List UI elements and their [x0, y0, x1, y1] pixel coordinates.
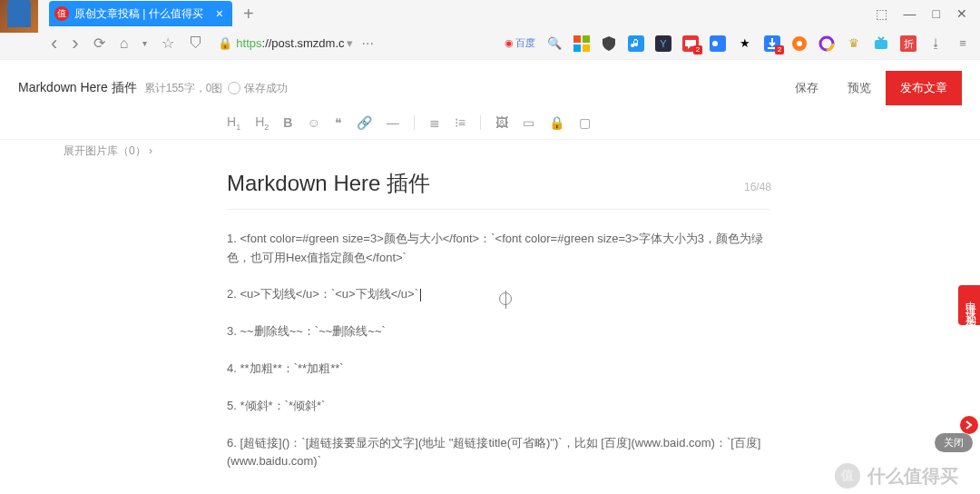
fmt-link-button[interactable]: 🔗 — [357, 115, 372, 130]
expand-gallery[interactable]: 展开图片库（0） — [64, 143, 152, 159]
svg-rect-15 — [875, 40, 887, 49]
doc-stat: 累计155字，0图 — [144, 81, 223, 96]
svg-point-18 — [960, 416, 978, 434]
watermark: 什么值得买 — [835, 463, 958, 489]
ext-baidu-icon[interactable]: ◉百度 — [505, 35, 535, 52]
url-host: ://post.smzdm.c — [262, 36, 345, 50]
url-more-icon[interactable]: ··· — [362, 35, 374, 52]
editor-line: 6. [超链接]()：`[超链接要显示的文字](地址 "超链接title(可省略… — [227, 434, 771, 472]
ext-down-icon[interactable] — [764, 35, 780, 52]
nav-bookmark-icon[interactable]: ☆ — [162, 35, 174, 52]
svg-point-9 — [712, 41, 718, 46]
nav-forward-icon[interactable]: › — [72, 32, 78, 55]
new-tab-button[interactable]: + — [243, 4, 254, 25]
svg-rect-3 — [583, 44, 590, 52]
window-card-icon[interactable]: ⬚ — [876, 6, 887, 21]
editor-line: 4. **加粗**：`**加粗**` — [227, 360, 771, 379]
nav-back-icon[interactable]: ‹ — [51, 32, 57, 55]
nav-home-icon[interactable]: ⌂ — [120, 35, 129, 52]
editor-title-input[interactable]: Markdown Here 插件 — [227, 169, 744, 198]
url-protocol: https — [236, 36, 261, 50]
fmt-ul-button[interactable]: ⁝≡ — [455, 115, 466, 130]
fmt-card-button[interactable]: ▭ — [523, 115, 534, 130]
text-caret — [420, 289, 421, 301]
tab-title: 原创文章投稿 | 什么值得买 — [74, 6, 203, 22]
fmt-h2-button[interactable]: H2 — [255, 114, 269, 132]
preview-button[interactable]: 预览 — [833, 71, 886, 105]
nav-caret-icon[interactable]: ▾ — [142, 38, 147, 48]
publish-button[interactable]: 发布文章 — [886, 71, 962, 105]
window-maximize-icon[interactable]: □ — [933, 6, 940, 21]
fmt-bold-button[interactable]: B — [283, 115, 292, 130]
editor-line: 3. ~~删除线~~：`~~删除线~~` — [227, 322, 771, 341]
tab-close-icon[interactable]: × — [216, 6, 223, 21]
ext-download-icon[interactable]: ⭳ — [927, 35, 944, 52]
ext-orange-icon[interactable] — [791, 35, 808, 52]
fmt-hr-button[interactable]: — — [387, 115, 399, 130]
ext-music-icon[interactable] — [628, 35, 644, 52]
address-bar[interactable]: 🔒 https ://post.smzdm.c ▾ ··· — [218, 35, 388, 52]
tab-favicon: 值 — [54, 6, 69, 21]
fmt-quote-button[interactable]: ❝ — [335, 115, 342, 130]
fmt-lock-button[interactable]: 🔒 — [549, 115, 564, 130]
ext-crown-icon[interactable]: ♛ — [846, 35, 862, 52]
close-pill-button[interactable]: 关闭 — [935, 433, 973, 452]
ext-microsoft-icon[interactable] — [573, 35, 590, 52]
separator — [480, 115, 481, 130]
format-toolbar: H1 H2 B ☺ ❝ 🔗 — ≣ ⁝≡ 🖼 ▭ 🔒 ▢ — [0, 111, 980, 140]
fmt-h1-button[interactable]: H1 — [227, 114, 240, 132]
svg-rect-1 — [583, 35, 590, 43]
svg-text:折: 折 — [904, 38, 914, 49]
url-dropdown-icon[interactable]: ▾ — [347, 36, 353, 50]
editor-line: 1. <font color=#green size=3>颜色与大小</font… — [227, 230, 771, 268]
doc-title: Markdown Here 插件 — [18, 80, 137, 96]
ext-search-icon[interactable]: 🔍 — [546, 35, 563, 52]
profile-avatar[interactable] — [0, 0, 38, 33]
window-minimize-icon[interactable]: — — [904, 6, 916, 21]
fmt-video-button[interactable]: ▢ — [579, 115, 591, 130]
doc-saved-status: 保存成功 — [228, 81, 288, 96]
watermark-icon — [835, 463, 860, 489]
apply-author-ribbon[interactable]: 申请认证创作者 — [958, 285, 980, 325]
editor-line: 5. *倾斜*：`*倾斜*` — [227, 397, 771, 416]
fmt-emoji-button[interactable]: ☺ — [307, 115, 319, 130]
ext-chat-icon[interactable] — [682, 35, 699, 52]
separator — [414, 115, 415, 130]
nav-shield-icon[interactable]: ⛉ — [189, 35, 203, 52]
ext-discount-icon[interactable]: 折 — [900, 35, 916, 52]
ext-menu-icon[interactable]: ≡ — [955, 35, 971, 52]
title-char-count: 16/48 — [744, 181, 771, 193]
svg-point-12 — [797, 41, 802, 46]
nav-reload-icon[interactable]: ⟳ — [93, 35, 105, 52]
ext-y-icon[interactable]: Y — [655, 35, 671, 52]
svg-rect-2 — [573, 44, 581, 52]
fmt-image-button[interactable]: 🖼 — [495, 115, 508, 130]
fmt-ol-button[interactable]: ≣ — [429, 115, 440, 130]
save-button[interactable]: 保存 — [780, 71, 833, 105]
lock-icon: 🔒 — [218, 36, 232, 50]
ext-ring-icon[interactable] — [818, 35, 835, 52]
ext-star-icon[interactable]: ★ — [737, 35, 753, 52]
svg-text:Y: Y — [660, 38, 667, 49]
browser-tab[interactable]: 值 原创文章投稿 | 什么值得买 × — [49, 1, 232, 26]
window-close-icon[interactable]: ✕ — [956, 6, 967, 21]
svg-rect-0 — [573, 35, 581, 43]
editor-body[interactable]: 1. <font color=#green size=3>颜色与大小</font… — [227, 230, 771, 471]
ext-shield2-icon[interactable] — [601, 35, 617, 52]
ext-blue-icon[interactable] — [710, 35, 726, 52]
ext-tv-icon[interactable] — [873, 35, 889, 52]
text-cursor-icon — [499, 292, 512, 305]
